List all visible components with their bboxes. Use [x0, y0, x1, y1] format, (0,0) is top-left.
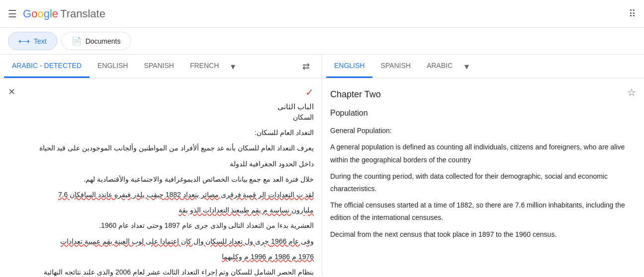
source-panel-header: ✕ ✓ [8, 86, 314, 98]
source-panel[interactable]: ✕ ✓ الباب الثانى السكان التعداد العام لل… [0, 78, 322, 276]
logo-text-g: G [23, 7, 31, 20]
source-line-0: السكان [8, 111, 314, 124]
documents-tab-icon: 📄 [72, 36, 82, 46]
header: ☰ Google Translate ⠿ [0, 0, 644, 28]
target-paragraph-0: A general population is defined as count… [330, 141, 636, 166]
target-heading: General Population: [330, 125, 636, 137]
star-icon[interactable]: ☆ [627, 86, 636, 98]
source-line-1: التعداد العام للسكان: [8, 127, 314, 139]
confirm-source-button[interactable]: ✓ [305, 86, 314, 98]
source-lang-french[interactable]: FRENCH [182, 55, 227, 78]
target-subtitle: Population [330, 106, 636, 121]
mode-tabs: ⟷ Text 📄 Documents [0, 28, 644, 55]
close-source-button[interactable]: ✕ [8, 86, 15, 97]
target-panel: ☆ Chapter Two Population General Populat… [322, 78, 644, 276]
target-chapter-title: Chapter Two [330, 86, 636, 102]
source-line-9: 1976 م 1986 م 1996 م وكليهما [8, 251, 314, 263]
target-paragraph-2: The official censuses started at a time … [330, 199, 636, 224]
app-name: Translate [60, 7, 105, 20]
source-line-3: داخل الحدود الجغرافية للدولة [8, 158, 314, 170]
target-paragraph-3: Decimal from the next census that took p… [330, 228, 636, 241]
logo-text-e: e [52, 7, 58, 20]
source-line-2: يعرف التعداد العام للسكان بأنه عد جميع أ… [8, 142, 314, 154]
target-language-bar: ENGLISH SPANISH ARABIC ▾ [322, 55, 644, 78]
menu-icon[interactable]: ☰ [8, 8, 17, 20]
source-lang-arabic[interactable]: ARABIC - DETECTED [4, 55, 90, 78]
source-lang-english[interactable]: ENGLISH [90, 55, 136, 78]
source-line-4: خلال فترة العد مع جمع بيانات الخصائص الد… [8, 173, 314, 186]
source-lang-more[interactable]: ▾ [227, 56, 239, 77]
source-line-8: وفى عام 1966 جرى ول تعداد للسكان وإل كان… [8, 235, 314, 248]
target-lang-more[interactable]: ▾ [460, 56, 473, 77]
logo-text-o2: o [37, 7, 43, 20]
logo-text-o1: o [31, 7, 37, 20]
target-lang-spanish[interactable]: SPANISH [372, 55, 418, 78]
text-tab-label: Text [34, 37, 47, 45]
source-title: الباب الثانى [8, 102, 314, 111]
swap-languages-button[interactable]: ⇄ [294, 61, 318, 72]
apps-icon[interactable]: ⠿ [629, 8, 636, 20]
logo-text-g2: g [44, 7, 50, 20]
source-line-7: العشرية بدءا من التعداد التالى والذى جرى… [8, 219, 314, 232]
app-logo: Google Translate [23, 7, 105, 20]
documents-tab-label: Documents [86, 37, 121, 45]
target-paragraph-1: During the counting period, with data co… [330, 170, 636, 195]
source-lang-spanish[interactable]: SPANISH [136, 55, 182, 78]
target-lang-arabic[interactable]: ARABIC [419, 55, 460, 78]
source-line-10: بنظام الحصر الشامل للسكان وتم إجراء التع… [8, 266, 314, 276]
source-language-bar: ARABIC - DETECTED ENGLISH SPANISH FRENCH… [0, 55, 322, 78]
main-content: ✕ ✓ الباب الثانى السكان التعداد العام لل… [0, 78, 644, 276]
source-line-6: مليارون نساسة م يقم طيبعنذ التعدادات الذ… [8, 204, 314, 216]
source-line-5: لقد ت التعدادات الر قمية فرقرى مصائر يتع… [8, 189, 314, 201]
target-text: Chapter Two Population General Populatio… [330, 86, 636, 241]
source-text: السكان التعداد العام للسكان: يعرف التعدا… [8, 111, 314, 276]
target-lang-english[interactable]: ENGLISH [326, 55, 372, 78]
documents-tab-button[interactable]: 📄 Documents [61, 32, 131, 50]
text-tab-button[interactable]: ⟷ Text [8, 32, 57, 50]
language-bar: ARABIC - DETECTED ENGLISH SPANISH FRENCH… [0, 55, 644, 78]
text-tab-icon: ⟷ [18, 36, 30, 46]
